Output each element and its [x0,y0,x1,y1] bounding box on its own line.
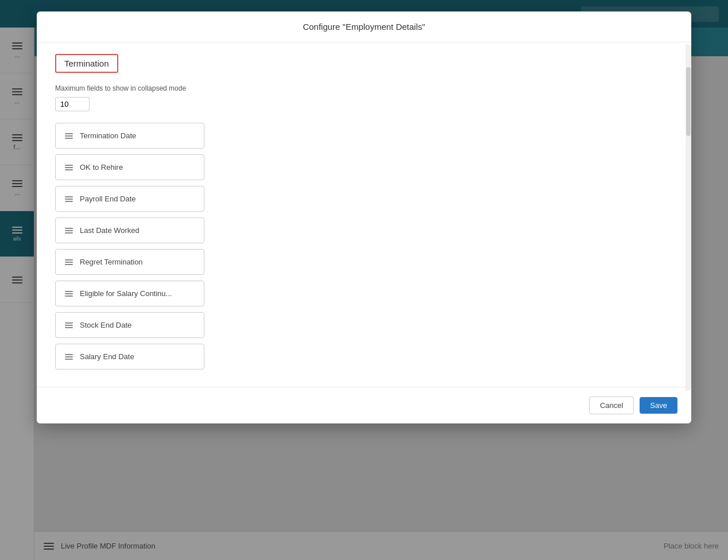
field-label-ok-to-rehire: OK to Rehire [80,163,123,172]
modal-scrollbar[interactable] [686,44,691,391]
field-item-eligible-salary[interactable]: Eligible for Salary Continu... [55,281,204,306]
drag-handle-6 [65,291,73,297]
field-label-eligible-salary: Eligible for Salary Continu... [80,289,172,298]
drag-handle-4 [65,228,73,234]
drag-handle-2 [65,165,73,170]
drag-handle-7 [65,322,73,328]
section-label: Termination [64,59,109,68]
modal-header: Configure "Employment Details" [37,11,691,42]
max-fields-input[interactable] [55,97,90,111]
field-label-last-date-worked: Last Date Worked [80,226,140,235]
field-item-payroll-end-date[interactable]: Payroll End Date [55,186,204,212]
field-item-ok-to-rehire[interactable]: OK to Rehire [55,154,204,180]
field-item-regret-termination[interactable]: Regret Termination [55,249,204,275]
field-item-last-date-worked[interactable]: Last Date Worked [55,217,204,243]
field-label-stock-end-date: Stock End Date [80,321,131,329]
field-item-stock-end-date[interactable]: Stock End Date [55,312,204,338]
section-header: Termination [55,54,118,73]
save-button[interactable]: Save [640,397,677,414]
drag-handle-1 [65,133,73,139]
modal-title: Configure "Employment Details" [303,22,425,32]
modal-overlay: Configure "Employment Details" Terminati… [0,0,728,560]
field-label-salary-end-date: Salary End Date [80,352,134,361]
max-fields-label: Maximum fields to show in collapsed mode [55,84,673,92]
field-list: Termination Date OK to Rehire Payroll En… [55,123,673,370]
drag-handle-5 [65,259,73,265]
modal-footer: Cancel Save [37,387,691,423]
scrollbar-thumb [686,67,691,136]
cancel-button[interactable]: Cancel [589,396,634,414]
field-label-termination-date: Termination Date [80,131,136,140]
modal-body: Termination Maximum fields to show in co… [37,42,691,387]
field-item-salary-end-date[interactable]: Salary End Date [55,344,204,370]
configure-modal: Configure "Employment Details" Terminati… [37,11,691,423]
field-item-termination-date[interactable]: Termination Date [55,123,204,149]
drag-handle-8 [65,354,73,360]
field-label-payroll-end-date: Payroll End Date [80,195,136,203]
field-label-regret-termination: Regret Termination [80,258,143,266]
drag-handle-3 [65,196,73,202]
